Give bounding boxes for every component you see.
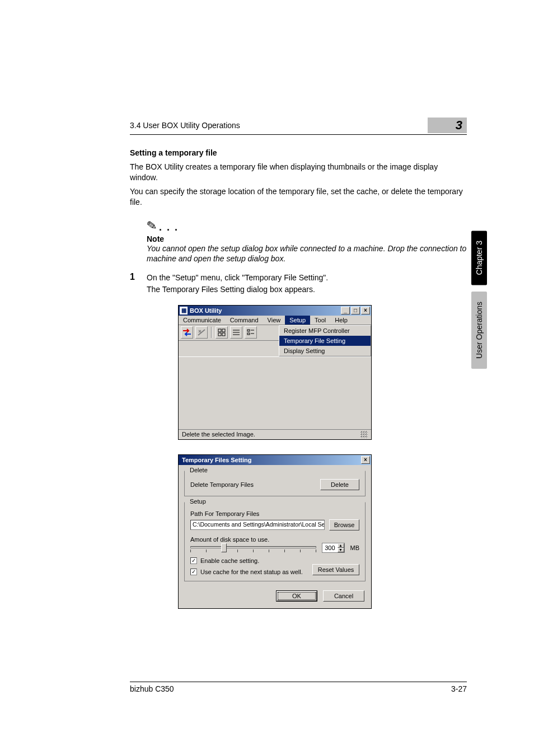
enable-cache-checkbox[interactable]: ✓ Enable cache setting.	[190, 557, 359, 564]
side-tab-section: User Operations	[471, 292, 487, 369]
svg-rect-3	[222, 333, 225, 336]
statusbar: Delete the selected Image.	[179, 429, 371, 439]
use-cache-next-startup-checkbox[interactable]: ✓ Use cache for the next statup as well.	[190, 569, 303, 575]
svg-rect-0	[218, 329, 221, 332]
menu-setup[interactable]: Setup	[285, 316, 310, 325]
delete-button[interactable]: Delete	[320, 479, 359, 490]
menu-item-display-setting[interactable]: Display Setting	[279, 346, 371, 356]
browse-button[interactable]: Browse	[329, 519, 359, 530]
disk-space-label: Amount of disk space to use.	[190, 536, 359, 543]
workarea	[179, 356, 371, 429]
connect-icon[interactable]	[181, 326, 193, 339]
spinner-unit: MB	[350, 544, 360, 551]
svg-rect-9	[247, 333, 250, 335]
header-breadcrumb: 3.4 User BOX Utility Operations	[130, 121, 240, 130]
spinner-down-icon[interactable]: ▼	[338, 548, 344, 552]
spinner-value: 300	[322, 544, 337, 551]
menu-tool[interactable]: Tool	[310, 316, 330, 325]
step-text: The Temporary Files Setting dialog box a…	[147, 284, 328, 295]
paragraph: You can specify the storage location of …	[130, 186, 467, 208]
ellipsis-icon: . . .	[159, 222, 179, 233]
delete-group: Delete Temporary Files Delete	[184, 471, 366, 496]
cancel-button[interactable]: Cancel	[323, 590, 364, 602]
menu-command[interactable]: Command	[226, 316, 263, 325]
checkbox-icon: ✓	[190, 569, 197, 575]
dialog-title: Temporary Files Setting	[180, 457, 361, 463]
detail-view-icon[interactable]	[245, 326, 257, 339]
side-tab-chapter: Chapter 3	[471, 231, 487, 285]
toolbar	[179, 325, 279, 341]
ok-button[interactable]: OK	[276, 590, 317, 602]
close-button[interactable]: ×	[361, 307, 370, 314]
step-text: On the "Setup" menu, click "Temporary Fi…	[147, 272, 328, 283]
menu-help[interactable]: Help	[330, 316, 352, 325]
titlebar[interactable]: ▦ BOX Utility _ □ ×	[179, 306, 371, 316]
setup-dropdown: Register MFP Controller Temporary File S…	[279, 325, 371, 356]
titlebar[interactable]: Temporary Files Setting ×	[179, 455, 371, 465]
checkbox-label: Use cache for the next statup as well.	[200, 569, 303, 575]
chapter-badge: 3	[428, 118, 467, 133]
footer-product: bizhub C350	[130, 684, 174, 693]
menu-view[interactable]: View	[263, 316, 285, 325]
note-label: Note	[147, 234, 467, 243]
disconnect-icon[interactable]	[195, 326, 208, 339]
minimize-button[interactable]: _	[341, 307, 350, 314]
menu-item-temporary-file-setting[interactable]: Temporary File Setting	[279, 336, 371, 346]
close-button[interactable]: ×	[361, 456, 370, 464]
setup-group: Path For Temporary Files C:\Documents an…	[184, 502, 366, 581]
thumbnail-view-icon[interactable]	[216, 326, 228, 339]
status-text: Delete the selected Image.	[182, 431, 255, 438]
menu-communicate[interactable]: Communicate	[179, 316, 226, 325]
temporary-files-setting-dialog: Temporary Files Setting × Delete Tempora…	[178, 454, 372, 609]
note-text: You cannot open the setup dialog box whi…	[147, 243, 467, 265]
checkbox-icon: ✓	[190, 557, 197, 564]
path-label: Path For Temporary Files	[190, 510, 359, 517]
svg-rect-2	[218, 333, 221, 336]
disk-space-slider[interactable]	[190, 546, 316, 548]
disk-space-spinner[interactable]: 300 ▲ ▼	[322, 543, 344, 553]
maximize-button[interactable]: □	[351, 307, 360, 314]
delete-temp-files-label: Delete Temporary Files	[190, 481, 254, 488]
menubar: Communicate Command View Setup Tool Help	[179, 316, 371, 325]
path-input[interactable]: C:\Documents and Settings\Administrator\…	[190, 520, 325, 530]
list-view-icon[interactable]	[230, 326, 242, 339]
checkbox-label: Enable cache setting.	[200, 557, 259, 564]
svg-rect-1	[222, 329, 225, 332]
app-icon: ▦	[180, 307, 188, 314]
paragraph: The BOX Utility creates a temporary file…	[130, 162, 467, 183]
menu-item-register-mfp[interactable]: Register MFP Controller	[279, 326, 371, 336]
footer-page-number: 3-27	[451, 684, 467, 693]
window-title: BOX Utility	[190, 307, 341, 314]
reset-values-button[interactable]: Reset Values	[312, 564, 359, 575]
svg-rect-7	[247, 330, 250, 331]
slider-thumb[interactable]	[221, 543, 227, 552]
box-utility-window: ▦ BOX Utility _ □ × Communicate Command …	[178, 305, 372, 440]
spinner-up-icon[interactable]: ▲	[338, 543, 344, 548]
resize-grip-icon[interactable]	[360, 430, 368, 438]
step-number: 1	[130, 272, 139, 295]
section-title: Setting a temporary file	[130, 148, 467, 157]
pencil-icon: ✎	[146, 218, 157, 233]
